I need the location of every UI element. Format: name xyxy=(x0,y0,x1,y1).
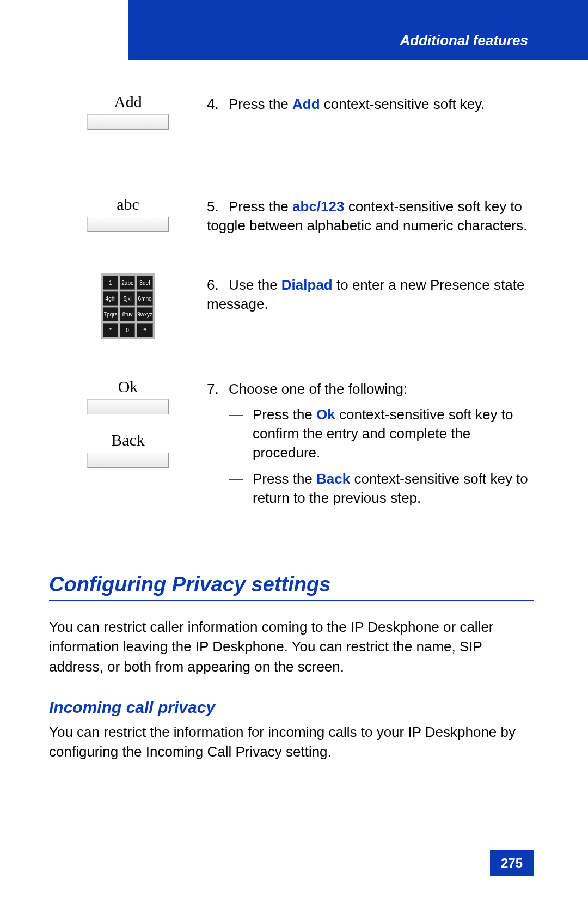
dialpad-key-star[interactable]: * xyxy=(103,323,118,337)
keyword-abc123: abc/123 xyxy=(292,198,344,215)
softkey-add-group: Add xyxy=(49,93,207,130)
dialpad-key-4[interactable]: 4ghi xyxy=(103,291,118,306)
softkey-abc-button[interactable] xyxy=(87,217,169,232)
softkey-ok-label: Ok xyxy=(118,377,138,396)
step-7-option-b: — Press the Back context-sensitive soft … xyxy=(229,469,534,508)
keyword-ok: Ok xyxy=(316,406,335,423)
softkey-ok-button[interactable] xyxy=(87,399,169,414)
step-4-text: 4.Press the Add context-sensitive soft k… xyxy=(207,93,534,114)
step-intro: Choose one of the following: xyxy=(229,381,407,397)
softkey-back-button[interactable] xyxy=(87,453,169,468)
step-5: abc 5.Press the abc/123 context-sensitiv… xyxy=(49,195,534,235)
dialpad-key-hash[interactable]: # xyxy=(137,323,153,337)
header-bar: Additional features xyxy=(128,0,588,60)
dialpad-icon: 1 2abc 3def 4ghi 5jkl 6mno 7pqrs 8tuv 9w… xyxy=(101,273,155,339)
step-6: 1 2abc 3def 4ghi 5jkl 6mno 7pqrs 8tuv 9w… xyxy=(49,273,534,339)
step-number: 6. xyxy=(207,276,229,295)
step-7: Ok Back 7.Choose one of the following: —… xyxy=(49,377,534,508)
step-number: 5. xyxy=(207,197,229,216)
step-5-text: 5.Press the abc/123 context-sensitive so… xyxy=(207,195,534,235)
softkey-add-label: Add xyxy=(114,93,142,111)
softkey-abc-label: abc xyxy=(117,195,139,213)
step-number: 7. xyxy=(207,380,229,399)
keyword-dialpad: Dialpad xyxy=(281,277,333,293)
page-number: 275 xyxy=(490,850,534,876)
step-6-text: 6.Use the Dialpad to enter a new Presenc… xyxy=(207,273,534,314)
privacy-paragraph: You can restrict caller information comi… xyxy=(49,617,534,676)
step-text: Press the abc/123 context-sensitive soft… xyxy=(207,198,527,234)
option-b-text: Press the Back context-sensitive soft ke… xyxy=(253,469,534,508)
keyword-add: Add xyxy=(292,96,320,112)
dialpad-key-0[interactable]: 0 xyxy=(120,323,135,337)
option-a-text: Press the Ok context-sensitive soft key … xyxy=(253,405,534,462)
dialpad-key-7[interactable]: 7pqrs xyxy=(103,307,118,321)
dialpad-key-2[interactable]: 2abc xyxy=(120,276,135,290)
dialpad-key-9[interactable]: 9wxyz xyxy=(137,307,153,321)
step-4: Add 4.Press the Add context-sensitive so… xyxy=(49,93,534,130)
step-7-option-a: — Press the Ok context-sensitive soft ke… xyxy=(229,405,534,462)
keyword-back: Back xyxy=(316,471,350,487)
dash-icon: — xyxy=(229,469,253,508)
dialpad-key-5[interactable]: 5jkl xyxy=(120,291,135,306)
softkey-back-label: Back xyxy=(111,431,145,449)
dialpad-key-6[interactable]: 6mno xyxy=(137,291,153,306)
dialpad-group: 1 2abc 3def 4ghi 5jkl 6mno 7pqrs 8tuv 9w… xyxy=(49,273,207,339)
softkey-abc-group: abc xyxy=(49,195,207,232)
dialpad-key-8[interactable]: 8tuv xyxy=(120,307,135,321)
step-number: 4. xyxy=(207,95,229,114)
incoming-paragraph: You can restrict the information for inc… xyxy=(49,722,534,762)
page-content: Add 4.Press the Add context-sensitive so… xyxy=(49,93,534,784)
header-title: Additional features xyxy=(400,32,528,49)
dash-icon: — xyxy=(229,405,253,462)
section-heading-privacy: Configuring Privacy settings xyxy=(49,573,534,601)
step-text: Use the Dialpad to enter a new Presence … xyxy=(207,277,524,312)
softkey-add-button[interactable] xyxy=(87,114,169,130)
step-7-text: 7.Choose one of the following: — Press t… xyxy=(207,377,534,508)
dialpad-key-1[interactable]: 1 xyxy=(103,276,118,290)
softkey-ok-back-group: Ok Back xyxy=(49,377,207,468)
step-text: Press the Add context-sensitive soft key… xyxy=(229,96,485,112)
sub-heading-incoming: Incoming call privacy xyxy=(49,698,534,717)
dialpad-key-3[interactable]: 3def xyxy=(137,276,153,290)
